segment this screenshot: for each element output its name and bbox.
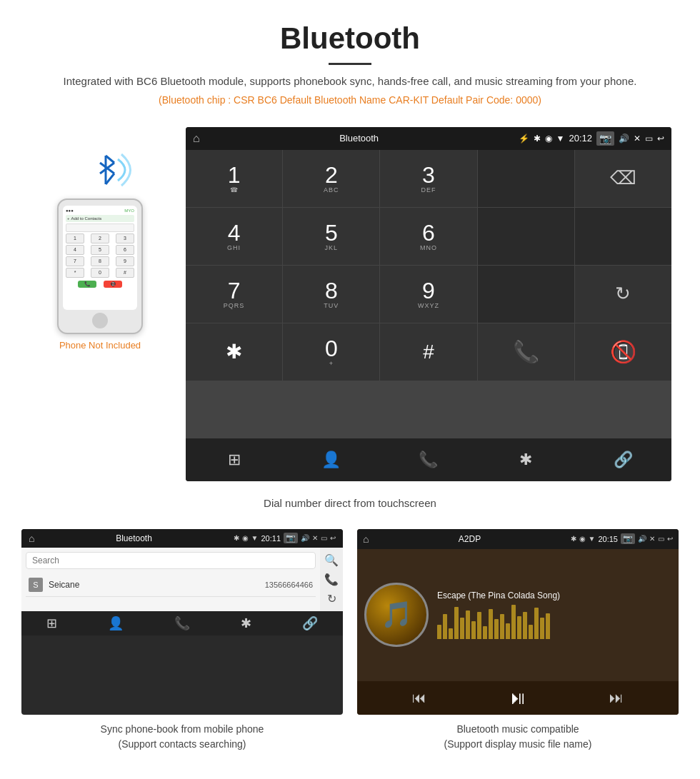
close-icon[interactable]: ✕	[634, 134, 641, 144]
pb-back-icon[interactable]: ↩	[330, 534, 336, 542]
pb-vol-icon[interactable]: 🔊	[301, 534, 309, 542]
pb-btn-grid[interactable]: ⊞	[46, 615, 57, 631]
svg-line-4	[106, 174, 114, 184]
android-statusbar: ⌂ Bluetooth ⚡ ✱ ◉ ▼ 20:12 📷 🔊 ✕ ▭ ↩	[186, 127, 671, 150]
pb-search-input[interactable]	[26, 552, 316, 569]
pb-btn-link[interactable]: 🔗	[302, 615, 318, 631]
page-subtitle: Integrated with BC6 Bluetooth module, su…	[14, 74, 686, 90]
dial-key-empty-3	[575, 208, 671, 265]
dial-key-backspace[interactable]: ⌫	[575, 150, 671, 207]
music-info: Escape (The Pina Colada Song)	[437, 590, 671, 639]
phonebook-caption: Sync phone-book from mobile phone(Suppor…	[101, 722, 264, 752]
dial-key-refresh[interactable]: ↻	[575, 266, 671, 323]
pb-refresh-icon[interactable]: ↻	[327, 592, 336, 605]
phone-key[interactable]: *	[66, 268, 84, 278]
phonebook-screen: ⌂ Bluetooth ✱ ◉ ▼ 20:11 📷 🔊 ✕ ▭ ↩	[21, 529, 343, 715]
phone-key[interactable]: 4	[66, 245, 84, 255]
pb-contact-row: S Seicane 13566664466	[26, 573, 316, 597]
statusbar-left: ⌂	[193, 132, 200, 145]
dial-key-hash[interactable]: #	[380, 323, 476, 381]
dial-key-call[interactable]: 📞	[478, 323, 574, 381]
location-icon: ◉	[545, 134, 552, 144]
pb-statusbar-title: Bluetooth	[116, 533, 152, 543]
music-sig-icon: ▼	[589, 535, 596, 543]
dial-key-star[interactable]: ✱	[186, 323, 282, 381]
svg-line-1	[106, 156, 114, 163]
dialpad-bottom-bar: ⊞ 👤 📞 ✱ 🔗	[186, 438, 671, 481]
phone-key[interactable]: #	[116, 268, 134, 278]
pb-list-area: S Seicane 13566664466	[21, 548, 320, 611]
dial-key-4[interactable]: 4 GHI	[186, 208, 282, 265]
home-icon[interactable]: ⌂	[193, 132, 200, 145]
dial-key-5[interactable]: 5 JKL	[283, 208, 379, 265]
music-camera-icon[interactable]: 📷	[621, 533, 635, 544]
phone-key[interactable]: 2	[91, 233, 109, 243]
pb-bottom-bar: ⊞ 👤 📞 ✱ 🔗	[21, 611, 343, 635]
pb-time: 20:11	[261, 534, 281, 543]
dial-key-9[interactable]: 9 WXYZ	[380, 266, 476, 323]
dial-key-0[interactable]: 0 +	[283, 323, 379, 381]
title-divider	[329, 63, 371, 65]
dial-key-1[interactable]: 1 ☎	[186, 150, 282, 207]
bottom-btn-bluetooth[interactable]: ✱	[478, 438, 574, 481]
phone-home-button[interactable]	[92, 313, 108, 328]
phone-key[interactable]: 3	[116, 233, 134, 243]
phone-key[interactable]: 9	[116, 256, 134, 266]
phone-key[interactable]: 7	[66, 256, 84, 266]
phone-key[interactable]: 1	[66, 233, 84, 243]
pb-loc-icon: ◉	[242, 534, 249, 542]
bottom-btn-contacts[interactable]: 👤	[283, 438, 379, 481]
pb-close-icon[interactable]: ✕	[312, 534, 318, 542]
music-next-btn[interactable]: ⏭	[609, 690, 624, 706]
music-vol-icon[interactable]: 🔊	[638, 535, 646, 543]
bottom-btn-link[interactable]: 🔗	[575, 438, 671, 481]
pb-search-icon[interactable]: 🔍	[324, 553, 339, 567]
dial-key-3[interactable]: 3 DEF	[380, 150, 476, 207]
statusbar-title: Bluetooth	[339, 133, 379, 144]
music-visualizer	[437, 603, 671, 639]
bottom-section: ⌂ Bluetooth ✱ ◉ ▼ 20:11 📷 🔊 ✕ ▭ ↩	[0, 522, 700, 766]
pb-contact-number: 13566664466	[265, 581, 313, 589]
pb-sig-icon: ▼	[251, 534, 259, 542]
usb-icon: ⚡	[519, 134, 529, 144]
dial-key-8[interactable]: 8 TUV	[283, 266, 379, 323]
dial-key-7[interactable]: 7 PQRS	[186, 266, 282, 323]
pb-call-icon[interactable]: 📞	[324, 573, 339, 586]
music-statusbar-right: ✱ ◉ ▼ 20:15 📷 🔊 ✕ ▭ ↩	[571, 533, 673, 544]
pb-camera-icon[interactable]: 📷	[284, 533, 298, 543]
dial-caption: Dial number direct from touchscreen	[0, 488, 700, 522]
bottom-btn-phone[interactable]: 📞	[380, 438, 476, 481]
back-icon[interactable]: ↩	[657, 134, 664, 144]
dial-key-6[interactable]: 6 MNO	[380, 208, 476, 265]
music-close-icon[interactable]: ✕	[649, 535, 655, 543]
volume-icon[interactable]: 🔊	[619, 134, 629, 144]
music-content: 🎵 Escape (The Pina Colada Song)	[357, 549, 679, 681]
phone-key[interactable]: 5	[91, 245, 109, 255]
pb-statusbar: ⌂ Bluetooth ✱ ◉ ▼ 20:11 📷 🔊 ✕ ▭ ↩	[21, 529, 343, 548]
pb-btn-phone[interactable]: 📞	[174, 615, 190, 631]
music-screen-inner: ⌂ A2DP ✱ ◉ ▼ 20:15 📷 🔊 ✕ ▭ ↩	[357, 529, 679, 715]
phone-key[interactable]: 6	[116, 245, 134, 255]
music-play-btn[interactable]: ⏯	[509, 687, 527, 709]
dial-key-2[interactable]: 2 ABC	[283, 150, 379, 207]
pb-btn-bluetooth[interactable]: ✱	[241, 615, 251, 631]
music-win-icon[interactable]: ▭	[658, 535, 664, 543]
music-prev-btn[interactable]: ⏮	[412, 690, 426, 706]
pb-btn-contacts[interactable]: 👤	[108, 615, 124, 631]
dial-key-end[interactable]: 📵	[575, 323, 671, 381]
window-icon[interactable]: ▭	[645, 134, 653, 144]
music-back-icon[interactable]: ↩	[667, 535, 673, 543]
bottom-btn-grid[interactable]: ⊞	[186, 438, 282, 481]
phone-keypad-row: * 0 #	[66, 268, 134, 278]
status-time: 20:12	[569, 133, 592, 144]
phone-screen: ●●● MYO +Add to Contacts 1 2 3 4 5	[63, 206, 137, 310]
bluetooth-signal-icon	[79, 141, 121, 191]
bluetooth-status-icon: ✱	[534, 134, 541, 144]
phone-key[interactable]: 0	[91, 268, 109, 278]
pb-statusbar-right: ✱ ◉ ▼ 20:11 📷 🔊 ✕ ▭ ↩	[234, 533, 336, 543]
camera-icon[interactable]: 📷	[596, 131, 614, 146]
music-home-icon[interactable]: ⌂	[363, 533, 369, 545]
pb-win-icon[interactable]: ▭	[321, 534, 327, 542]
phone-key[interactable]: 8	[91, 256, 109, 266]
pb-home-icon[interactable]: ⌂	[29, 533, 34, 544]
